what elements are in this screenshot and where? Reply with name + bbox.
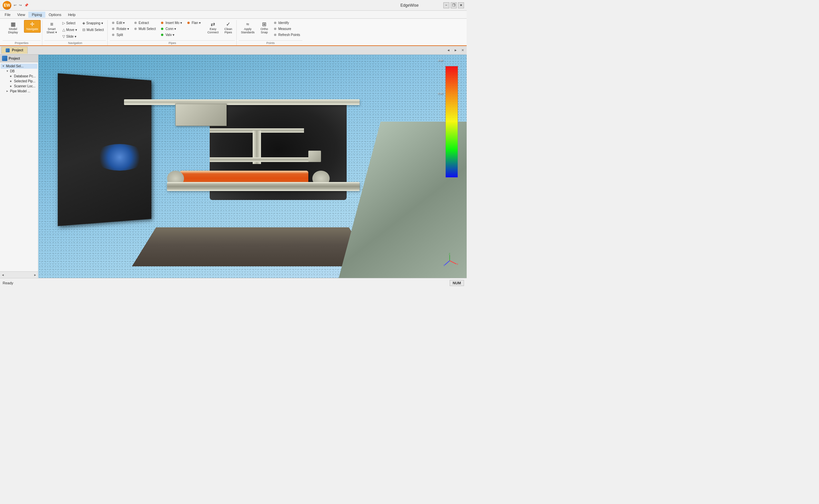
edit-button[interactable]: Edit ▾ (110, 20, 131, 26)
easy-connect-icon: ⇄ (211, 22, 215, 27)
ribbon-group-navigation: ≡ SmartSheet ▾ ▷ Select △ Move ▾ ▽ Slide… (43, 20, 108, 45)
refresh-points-dot (274, 34, 276, 36)
rotate-label: Rotate ▾ (116, 27, 129, 31)
flan-button[interactable]: Flan ▾ (185, 20, 203, 26)
move-label: Move ▾ (66, 28, 77, 32)
multi-select2-button[interactable]: Multi Select (132, 26, 158, 32)
main-area: Project ▼ Model Sel... ▼ DB ■ Database P… (0, 55, 467, 278)
ribbon-group-pipes: Edit ▾ Rotate ▾ Split Extract (108, 20, 236, 45)
navigate-icon: ✛ (30, 22, 34, 27)
ribbon-group-points: ≈ ApplyStandards ⊞ OrthoSnap Identify Me… (237, 20, 304, 45)
select-button[interactable]: ▷ Select (60, 20, 79, 26)
multi-select-button[interactable]: ⊟ Multi Select (80, 27, 106, 33)
tree-item-scanner-loc[interactable]: ■ Scanner Loc... (1, 84, 37, 89)
model-display-label: Model Display (5, 28, 21, 34)
measure-button[interactable]: Measure (272, 26, 303, 32)
flan-label: Flan ▾ (192, 21, 201, 25)
extract-button[interactable]: Extract (132, 20, 158, 26)
apply-standards-button[interactable]: ≈ ApplyStandards (239, 20, 257, 36)
menu-options[interactable]: Options (45, 12, 65, 18)
apply-standards-icon: ≈ (246, 22, 249, 27)
easy-connect-button[interactable]: ⇄ EasyConnect (205, 20, 221, 36)
restore-button[interactable]: ❐ (451, 2, 457, 8)
identify-dot (274, 22, 276, 24)
tab-prev-button[interactable]: ◄ (445, 48, 451, 52)
scroll-right-arrow[interactable]: ► (34, 273, 37, 277)
pipe-upper (124, 99, 360, 105)
tab-close-button[interactable]: ✕ (460, 48, 465, 52)
colorbar-label: 3.00 0.00 (438, 59, 443, 95)
pin-button[interactable]: 📌 (23, 3, 29, 8)
navigate-button[interactable]: ✛ Navigate (24, 20, 41, 33)
model-display-icon: ▦ (11, 22, 16, 27)
undo-button[interactable]: ↩ (13, 3, 17, 8)
svg-line-0 (450, 261, 456, 264)
tab-bar: Project ◄ ► ✕ (0, 46, 467, 55)
tree-item-pipe-model[interactable]: ► Pipe Model ... (1, 89, 37, 94)
smart-sheet-button[interactable]: ≡ SmartSheet ▾ (44, 20, 59, 36)
scroll-left-arrow[interactable]: ◄ (1, 273, 4, 277)
model-display-button[interactable]: ▦ Model Display (3, 20, 23, 36)
measure-dot (274, 28, 276, 30)
ortho-snap-button[interactable]: ⊞ OrthoSnap (258, 20, 271, 36)
refresh-points-button[interactable]: Refresh Points (272, 32, 303, 38)
box-element (175, 104, 227, 126)
menu-file[interactable]: File (1, 12, 14, 18)
rotate-button[interactable]: Rotate ▾ (110, 26, 131, 32)
valv-button[interactable]: Valv ▾ (159, 32, 184, 38)
title-bar-buttons: − ❐ ✕ (443, 2, 464, 8)
tree-item-db[interactable]: ▼ DB (1, 69, 37, 74)
insert-mo-label: Insert Mo ▾ (165, 21, 182, 25)
multi-select-label: Multi Select (87, 28, 104, 32)
tree-item-selected-pip[interactable]: ■ Selected Pip... (1, 79, 37, 84)
tree-item-model-sel[interactable]: ▼ Model Sel... (1, 64, 37, 69)
insert-mo-button[interactable]: Insert Mo ▾ (159, 20, 184, 26)
sidebar-content: ▼ Model Sel... ▼ DB ■ Database Pc... ■ S… (0, 62, 38, 271)
split-button[interactable]: Split (110, 32, 131, 38)
edit-dot (112, 22, 114, 24)
slide-label: Slide ▾ (66, 35, 76, 38)
snapping-icon: ◈ (82, 21, 85, 25)
valv-label: Valv ▾ (165, 33, 174, 37)
project-tab[interactable]: Project (1, 47, 28, 54)
pipes-group-label: Pipes (110, 40, 235, 45)
slide-button[interactable]: ▽ Slide ▾ (60, 33, 79, 40)
identify-button[interactable]: Identify (272, 20, 303, 26)
floor-element (132, 227, 373, 266)
minimize-button[interactable]: − (443, 2, 449, 8)
measure-label: Measure (278, 27, 291, 31)
sidebar-scrollbar[interactable]: ◄ ► (0, 271, 38, 278)
pipe-long-bottom (167, 182, 360, 191)
clean-pipes-button[interactable]: ✓ CleanPipes (222, 20, 235, 36)
num-indicator: NUM (450, 280, 464, 286)
title-bar: EW ↩ ↪ 📌 EdgeWise − ❐ ✕ (0, 0, 467, 11)
tab-nav: ◄ ► ✕ (445, 48, 465, 52)
conn-button[interactable]: Conn ▾ (159, 26, 184, 32)
split-dot (112, 34, 114, 36)
rotate-dot (112, 28, 114, 30)
move-button[interactable]: △ Move ▾ (60, 27, 79, 33)
menu-view[interactable]: View (14, 12, 29, 18)
refresh-points-label: Refresh Points (278, 33, 300, 37)
identify-label: Identify (278, 21, 289, 25)
svg-text:Z: Z (449, 252, 450, 255)
extract-dot (134, 22, 137, 24)
edit-label: Edit ▾ (116, 21, 125, 25)
tree-item-database-pc[interactable]: ■ Database Pc... (1, 74, 37, 79)
menu-help[interactable]: Help (65, 12, 79, 18)
selected-pip-label: Selected Pip... (14, 79, 35, 83)
tab-next-button[interactable]: ► (453, 48, 459, 52)
menu-piping[interactable]: Piping (28, 12, 45, 18)
points-group-label: Points (239, 40, 303, 45)
redo-button[interactable]: ↪ (18, 3, 23, 8)
insert-mo-dot (161, 22, 163, 24)
ribbon: ▦ Model Display ✛ Navigate Properties ≡ … (0, 19, 467, 46)
database-pc-label: Database Pc... (14, 74, 36, 78)
pipe-l-horizontal (210, 157, 312, 162)
multi2-label: Multi Select (139, 27, 156, 31)
blue-glow (94, 144, 145, 171)
snapping-button[interactable]: ◈ Snapping ▾ (80, 20, 106, 26)
close-button[interactable]: ✕ (458, 2, 464, 8)
viewport[interactable]: 3.00 0.00 X Y Z (38, 55, 467, 278)
sidebar-header: Project (0, 55, 38, 62)
